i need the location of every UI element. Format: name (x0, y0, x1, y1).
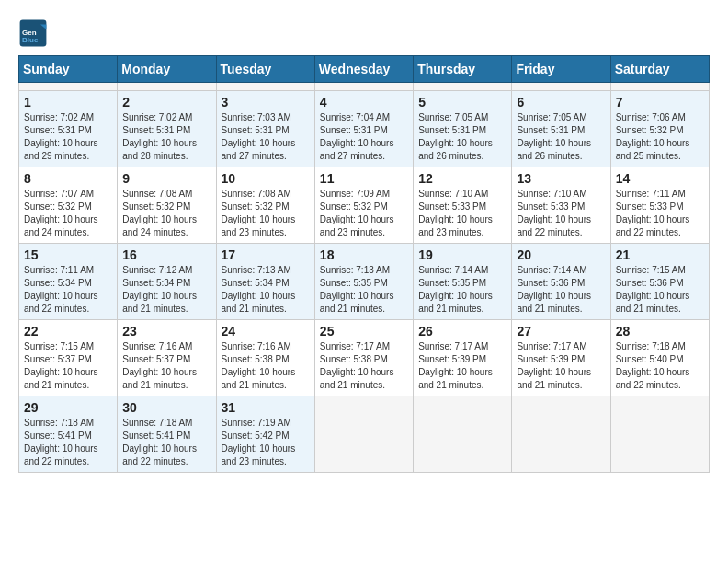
calendar-table: SundayMondayTuesdayWednesdayThursdayFrid… (18, 55, 710, 473)
day-detail: Sunrise: 7:12 AMSunset: 5:34 PMDaylight:… (122, 264, 210, 316)
calendar-cell (414, 396, 512, 473)
calendar-cell: 14Sunrise: 7:11 AMSunset: 5:33 PMDayligh… (610, 167, 709, 244)
calendar-week-row: 22Sunrise: 7:15 AMSunset: 5:37 PMDayligh… (19, 320, 710, 396)
calendar-cell: 24Sunrise: 7:16 AMSunset: 5:38 PMDayligh… (216, 320, 314, 396)
calendar-cell (19, 83, 118, 91)
day-number: 5 (418, 95, 506, 109)
calendar-cell: 18Sunrise: 7:13 AMSunset: 5:35 PMDayligh… (314, 244, 413, 320)
day-detail: Sunrise: 7:17 AMSunset: 5:39 PMDaylight:… (418, 340, 506, 392)
calendar-cell: 5Sunrise: 7:05 AMSunset: 5:31 PMDaylight… (414, 91, 512, 167)
day-number: 27 (517, 324, 605, 339)
day-number: 29 (24, 400, 112, 415)
calendar-cell: 29Sunrise: 7:18 AMSunset: 5:41 PMDayligh… (19, 396, 118, 473)
calendar-cell: 21Sunrise: 7:15 AMSunset: 5:36 PMDayligh… (610, 244, 709, 320)
calendar-cell: 12Sunrise: 7:10 AMSunset: 5:33 PMDayligh… (414, 167, 512, 244)
calendar-cell (512, 83, 610, 91)
calendar-cell: 28Sunrise: 7:18 AMSunset: 5:40 PMDayligh… (610, 320, 709, 396)
day-number: 24 (222, 324, 310, 339)
calendar-week-row: 8Sunrise: 7:07 AMSunset: 5:32 PMDaylight… (19, 167, 710, 244)
day-number: 17 (222, 247, 310, 262)
calendar-header-row: SundayMondayTuesdayWednesdayThursdayFrid… (19, 56, 710, 83)
day-number: 16 (122, 247, 210, 262)
day-detail: Sunrise: 7:05 AMSunset: 5:31 PMDaylight:… (418, 111, 506, 163)
day-number: 12 (418, 171, 506, 186)
day-detail: Sunrise: 7:02 AMSunset: 5:31 PMDaylight:… (122, 111, 210, 163)
day-detail: Sunrise: 7:08 AMSunset: 5:32 PMDaylight:… (222, 188, 310, 239)
calendar-cell: 3Sunrise: 7:03 AMSunset: 5:31 PMDaylight… (216, 91, 314, 167)
day-number: 31 (222, 400, 310, 415)
day-number: 25 (320, 324, 408, 339)
day-detail: Sunrise: 7:18 AMSunset: 5:41 PMDaylight:… (122, 417, 210, 468)
calendar-cell: 30Sunrise: 7:18 AMSunset: 5:41 PMDayligh… (118, 396, 216, 473)
day-detail: Sunrise: 7:08 AMSunset: 5:32 PMDaylight:… (122, 188, 210, 239)
day-number: 19 (418, 247, 506, 262)
day-detail: Sunrise: 7:09 AMSunset: 5:32 PMDaylight:… (320, 188, 408, 239)
day-detail: Sunrise: 7:17 AMSunset: 5:38 PMDaylight:… (320, 340, 408, 392)
day-detail: Sunrise: 7:11 AMSunset: 5:34 PMDaylight:… (24, 264, 112, 316)
day-number: 8 (24, 171, 112, 186)
day-number: 10 (222, 171, 310, 186)
page-header: Gen Blue (18, 18, 710, 48)
calendar-week-row: 1Sunrise: 7:02 AMSunset: 5:31 PMDaylight… (19, 91, 710, 167)
day-number: 26 (418, 324, 506, 339)
day-detail: Sunrise: 7:17 AMSunset: 5:39 PMDaylight:… (517, 340, 605, 392)
day-detail: Sunrise: 7:15 AMSunset: 5:36 PMDaylight:… (616, 264, 704, 316)
day-detail: Sunrise: 7:16 AMSunset: 5:37 PMDaylight:… (122, 340, 210, 392)
day-detail: Sunrise: 7:07 AMSunset: 5:32 PMDaylight:… (24, 188, 112, 239)
day-detail: Sunrise: 7:16 AMSunset: 5:38 PMDaylight:… (222, 340, 310, 392)
day-number: 13 (517, 171, 605, 186)
day-detail: Sunrise: 7:03 AMSunset: 5:31 PMDaylight:… (222, 111, 310, 163)
calendar-week-row: 29Sunrise: 7:18 AMSunset: 5:41 PMDayligh… (19, 396, 710, 473)
calendar-cell: 15Sunrise: 7:11 AMSunset: 5:34 PMDayligh… (19, 244, 118, 320)
day-detail: Sunrise: 7:05 AMSunset: 5:31 PMDaylight:… (517, 111, 605, 163)
col-header-friday: Friday (512, 56, 610, 83)
day-number: 20 (517, 247, 605, 262)
calendar-cell (314, 83, 413, 91)
day-number: 9 (122, 171, 210, 186)
calendar-cell: 22Sunrise: 7:15 AMSunset: 5:37 PMDayligh… (19, 320, 118, 396)
day-detail: Sunrise: 7:11 AMSunset: 5:33 PMDaylight:… (616, 188, 704, 239)
col-header-monday: Monday (118, 56, 216, 83)
calendar-cell: 13Sunrise: 7:10 AMSunset: 5:33 PMDayligh… (512, 167, 610, 244)
calendar-cell (610, 83, 709, 91)
day-detail: Sunrise: 7:02 AMSunset: 5:31 PMDaylight:… (24, 111, 112, 163)
calendar-cell: 10Sunrise: 7:08 AMSunset: 5:32 PMDayligh… (216, 167, 314, 244)
day-detail: Sunrise: 7:10 AMSunset: 5:33 PMDaylight:… (517, 188, 605, 239)
calendar-cell: 25Sunrise: 7:17 AMSunset: 5:38 PMDayligh… (314, 320, 413, 396)
day-number: 22 (24, 324, 112, 339)
day-detail: Sunrise: 7:06 AMSunset: 5:32 PMDaylight:… (616, 111, 704, 163)
day-number: 4 (320, 95, 408, 109)
day-number: 7 (616, 95, 704, 109)
calendar-cell: 2Sunrise: 7:02 AMSunset: 5:31 PMDaylight… (118, 91, 216, 167)
calendar-cell: 1Sunrise: 7:02 AMSunset: 5:31 PMDaylight… (19, 91, 118, 167)
day-number: 14 (616, 171, 704, 186)
day-number: 30 (122, 400, 210, 415)
logo: Gen Blue (18, 18, 51, 48)
calendar-cell: 26Sunrise: 7:17 AMSunset: 5:39 PMDayligh… (414, 320, 512, 396)
svg-text:Gen: Gen (22, 29, 37, 37)
day-detail: Sunrise: 7:18 AMSunset: 5:40 PMDaylight:… (616, 340, 704, 392)
day-detail: Sunrise: 7:04 AMSunset: 5:31 PMDaylight:… (320, 111, 408, 163)
calendar-cell: 16Sunrise: 7:12 AMSunset: 5:34 PMDayligh… (118, 244, 216, 320)
day-detail: Sunrise: 7:14 AMSunset: 5:36 PMDaylight:… (517, 264, 605, 316)
day-detail: Sunrise: 7:10 AMSunset: 5:33 PMDaylight:… (418, 188, 506, 239)
calendar-cell: 8Sunrise: 7:07 AMSunset: 5:32 PMDaylight… (19, 167, 118, 244)
calendar-cell: 20Sunrise: 7:14 AMSunset: 5:36 PMDayligh… (512, 244, 610, 320)
day-number: 11 (320, 171, 408, 186)
svg-text:Blue: Blue (22, 36, 39, 44)
col-header-wednesday: Wednesday (314, 56, 413, 83)
calendar-cell (610, 396, 709, 473)
calendar-week-row: 15Sunrise: 7:11 AMSunset: 5:34 PMDayligh… (19, 244, 710, 320)
day-number: 3 (222, 95, 310, 109)
col-header-sunday: Sunday (19, 56, 118, 83)
calendar-cell (216, 83, 314, 91)
col-header-saturday: Saturday (610, 56, 709, 83)
calendar-cell: 11Sunrise: 7:09 AMSunset: 5:32 PMDayligh… (314, 167, 413, 244)
day-number: 18 (320, 247, 408, 262)
day-number: 15 (24, 247, 112, 262)
calendar-cell: 9Sunrise: 7:08 AMSunset: 5:32 PMDaylight… (118, 167, 216, 244)
day-detail: Sunrise: 7:15 AMSunset: 5:37 PMDaylight:… (24, 340, 112, 392)
day-number: 23 (122, 324, 210, 339)
calendar-cell: 7Sunrise: 7:06 AMSunset: 5:32 PMDaylight… (610, 91, 709, 167)
calendar-cell (118, 83, 216, 91)
